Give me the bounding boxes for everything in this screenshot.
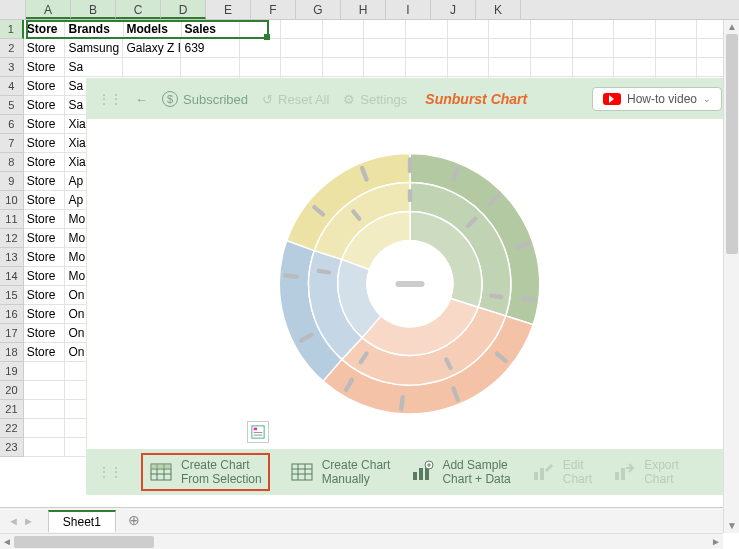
create-from-selection-button[interactable]: Create ChartFrom Selection xyxy=(141,453,270,492)
subscribed-button[interactable]: $ Subscribed xyxy=(162,91,248,107)
row-header[interactable]: 8 xyxy=(0,153,24,172)
cell[interactable]: Store xyxy=(24,191,66,210)
cell[interactable] xyxy=(24,400,66,419)
cell[interactable] xyxy=(24,381,66,400)
cell[interactable] xyxy=(573,39,615,58)
select-all-corner[interactable] xyxy=(0,0,26,19)
row-header[interactable]: 10 xyxy=(0,191,24,210)
cell[interactable]: Store xyxy=(24,267,66,286)
cell[interactable]: Brands xyxy=(65,20,123,39)
back-button[interactable]: ← xyxy=(135,92,148,107)
cell[interactable]: Store xyxy=(24,324,66,343)
tab-nav-arrows[interactable]: ◄► xyxy=(0,515,42,527)
cell[interactable] xyxy=(489,58,531,77)
cell[interactable] xyxy=(123,58,181,77)
col-header-B[interactable]: B xyxy=(71,0,116,19)
cell[interactable] xyxy=(448,58,490,77)
cell[interactable] xyxy=(240,39,282,58)
cell[interactable] xyxy=(281,20,323,39)
row-header[interactable]: 7 xyxy=(0,134,24,153)
export-chart-button[interactable]: ExportChart xyxy=(612,458,679,487)
reset-all-button[interactable]: ↺ Reset All xyxy=(262,92,329,107)
cell[interactable]: Store xyxy=(24,286,66,305)
cell[interactable]: 639 xyxy=(181,39,239,58)
row-header[interactable]: 9 xyxy=(0,172,24,191)
col-header-H[interactable]: H xyxy=(341,0,386,19)
cell[interactable] xyxy=(656,58,698,77)
cell[interactable] xyxy=(656,20,698,39)
cell[interactable] xyxy=(323,20,365,39)
cell[interactable] xyxy=(531,20,573,39)
col-header-F[interactable]: F xyxy=(251,0,296,19)
col-header-E[interactable]: E xyxy=(206,0,251,19)
row-header[interactable]: 23 xyxy=(0,438,24,457)
cell[interactable]: Store xyxy=(24,20,66,39)
col-header-A[interactable]: A xyxy=(26,0,71,19)
create-manually-button[interactable]: Create ChartManually xyxy=(290,458,391,487)
cell[interactable]: Sales xyxy=(182,20,240,39)
cell[interactable] xyxy=(323,58,365,77)
cell[interactable] xyxy=(531,39,573,58)
cell[interactable]: Store xyxy=(24,58,66,77)
row-header[interactable]: 11 xyxy=(0,210,24,229)
row-header[interactable]: 13 xyxy=(0,248,24,267)
cell[interactable]: Sa xyxy=(65,58,123,77)
cell[interactable]: Store xyxy=(24,96,66,115)
cell[interactable] xyxy=(573,58,615,77)
col-header-K[interactable]: K xyxy=(476,0,521,19)
settings-button[interactable]: ⚙ Settings xyxy=(343,92,407,107)
row-header[interactable]: 12 xyxy=(0,229,24,248)
drag-handle-icon[interactable]: ⋮⋮ xyxy=(97,464,121,480)
sheet-tab-active[interactable]: Sheet1 xyxy=(48,510,116,532)
cell[interactable] xyxy=(489,39,531,58)
chart-options-button[interactable] xyxy=(247,421,269,443)
row-header[interactable]: 21 xyxy=(0,400,24,419)
cell[interactable] xyxy=(281,39,323,58)
howto-video-button[interactable]: How-to video ⌄ xyxy=(592,87,722,111)
row-header[interactable]: 2 xyxy=(0,39,24,58)
row-header[interactable]: 5 xyxy=(0,96,24,115)
row-header[interactable]: 18 xyxy=(0,343,24,362)
cell[interactable]: Store xyxy=(24,305,66,324)
edit-chart-button[interactable]: EditChart xyxy=(531,458,592,487)
row-header[interactable]: 22 xyxy=(0,419,24,438)
add-sample-button[interactable]: Add SampleChart + Data xyxy=(410,458,510,487)
cell[interactable]: Store xyxy=(24,134,66,153)
cell[interactable]: Store xyxy=(24,39,66,58)
cell[interactable] xyxy=(240,20,282,39)
cell[interactable] xyxy=(614,58,656,77)
cell[interactable]: Galaxy Z Fl xyxy=(123,39,181,58)
cell[interactable] xyxy=(181,58,239,77)
cell[interactable] xyxy=(406,39,448,58)
row-header[interactable]: 17 xyxy=(0,324,24,343)
cell[interactable] xyxy=(24,419,66,438)
cell[interactable] xyxy=(489,20,531,39)
col-header-C[interactable]: C xyxy=(116,0,161,19)
row-header[interactable]: 6 xyxy=(0,115,24,134)
cell[interactable] xyxy=(364,39,406,58)
row-header[interactable]: 16 xyxy=(0,305,24,324)
cell[interactable]: Store xyxy=(24,210,66,229)
row-header[interactable]: 20 xyxy=(0,381,24,400)
cell[interactable] xyxy=(24,438,66,457)
cell[interactable] xyxy=(614,20,656,39)
col-header-G[interactable]: G xyxy=(296,0,341,19)
row-header[interactable]: 14 xyxy=(0,267,24,286)
cell[interactable] xyxy=(448,20,490,39)
row-header[interactable]: 4 xyxy=(0,77,24,96)
cell[interactable]: Store xyxy=(24,229,66,248)
col-header-I[interactable]: I xyxy=(386,0,431,19)
cell[interactable] xyxy=(531,58,573,77)
drag-handle-icon[interactable]: ⋮⋮ xyxy=(97,91,121,107)
cell[interactable] xyxy=(448,39,490,58)
cell[interactable] xyxy=(406,58,448,77)
cell[interactable]: Store xyxy=(24,153,66,172)
cell[interactable]: Store xyxy=(24,343,66,362)
row-header[interactable]: 3 xyxy=(0,58,24,77)
horizontal-scrollbar[interactable]: ◄► xyxy=(0,533,723,549)
cell[interactable] xyxy=(614,39,656,58)
cell[interactable] xyxy=(24,362,66,381)
cell[interactable] xyxy=(573,20,615,39)
col-header-J[interactable]: J xyxy=(431,0,476,19)
cell[interactable] xyxy=(364,58,406,77)
